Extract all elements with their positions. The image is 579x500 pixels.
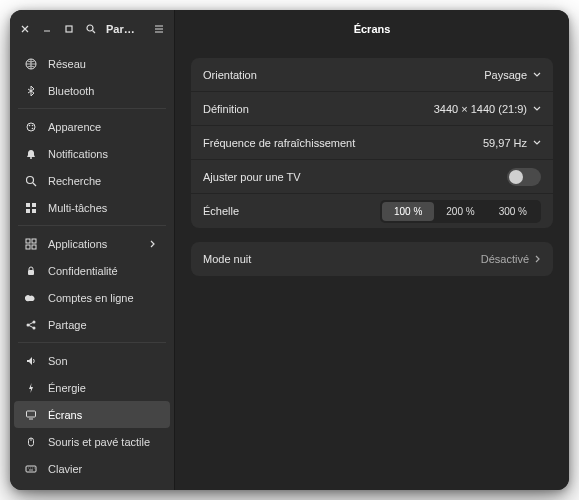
sidebar-item-network[interactable]: Réseau	[14, 50, 170, 77]
sidebar-item-sound[interactable]: Son	[14, 347, 170, 374]
chevron-right-icon	[535, 255, 541, 263]
search-button[interactable]	[82, 20, 100, 38]
bluetooth-icon	[24, 84, 38, 98]
svg-point-3	[27, 123, 35, 131]
sidebar-item-label: Recherche	[48, 175, 160, 187]
sidebar-list: RéseauBluetoothApparenceNotificationsRec…	[10, 48, 174, 490]
resolution-value: 3440 × 1440 (21:9)	[434, 103, 527, 115]
tv-adjust-label: Ajuster pour une TV	[203, 171, 507, 183]
night-mode-row[interactable]: Mode nuit Désactivé	[191, 242, 553, 276]
resolution-row[interactable]: Définition 3440 × 1440 (21:9)	[191, 92, 553, 126]
orientation-row[interactable]: Orientation Paysage	[191, 58, 553, 92]
sidebar-item-sharing[interactable]: Partage	[14, 311, 170, 338]
svg-point-6	[32, 127, 34, 129]
tv-adjust-switch[interactable]	[507, 168, 541, 186]
notifications-icon	[24, 147, 38, 161]
sidebar-item-label: Partage	[48, 319, 160, 331]
chevron-right-icon	[150, 240, 160, 248]
sidebar-item-label: Applications	[48, 238, 140, 250]
sidebar-item-bluetooth[interactable]: Bluetooth	[14, 77, 170, 104]
sidebar-item-label: Multi-tâches	[48, 202, 160, 214]
chevron-down-icon	[533, 72, 541, 78]
sidebar-item-label: Comptes en ligne	[48, 292, 160, 304]
svg-rect-17	[28, 270, 34, 275]
sidebar-item-label: Notifications	[48, 148, 160, 160]
svg-rect-12	[32, 209, 36, 213]
resolution-label: Définition	[203, 103, 434, 115]
scale-option-0[interactable]: 100 %	[382, 202, 434, 221]
sidebar-item-search[interactable]: Recherche	[14, 167, 170, 194]
sidebar-item-power[interactable]: Énergie	[14, 374, 170, 401]
sidebar-item-multitask[interactable]: Multi-tâches	[14, 194, 170, 221]
scale-segmented: 100 %200 %300 %	[380, 200, 541, 223]
svg-rect-13	[26, 239, 30, 243]
privacy-icon	[24, 264, 38, 278]
sidebar-item-applications[interactable]: Applications	[14, 230, 170, 257]
svg-point-4	[29, 124, 31, 126]
search-icon	[24, 174, 38, 188]
sidebar-item-label: Imprimantes	[48, 490, 160, 491]
svg-point-8	[27, 176, 34, 183]
sidebar-item-label: Bluetooth	[48, 85, 160, 97]
sidebar-item-label: Apparence	[48, 121, 160, 133]
sidebar-item-notifications[interactable]: Notifications	[14, 140, 170, 167]
scale-option-2[interactable]: 300 %	[487, 202, 539, 221]
scale-label: Échelle	[203, 205, 380, 217]
sidebar-item-label: Son	[48, 355, 160, 367]
tv-adjust-row: Ajuster pour une TV	[191, 160, 553, 194]
night-group: Mode nuit Désactivé	[191, 242, 553, 276]
sidebar-item-label: Énergie	[48, 382, 160, 394]
sidebar-item-displays[interactable]: Écrans	[14, 401, 170, 428]
settings-window: Par… RéseauBluetoothApparenceNotificatio…	[10, 10, 569, 490]
separator	[18, 108, 166, 109]
sidebar-item-appearance[interactable]: Apparence	[14, 113, 170, 140]
appearance-icon	[24, 120, 38, 134]
refresh-row[interactable]: Fréquence de rafraîchissement 59,97 Hz	[191, 126, 553, 160]
sidebar-title: Par…	[106, 23, 146, 35]
svg-rect-23	[26, 466, 36, 472]
svg-rect-16	[32, 245, 36, 249]
sidebar-item-mouse[interactable]: Souris et pavé tactile	[14, 428, 170, 455]
night-mode-label: Mode nuit	[203, 253, 481, 265]
svg-rect-11	[26, 209, 30, 213]
sidebar: Par… RéseauBluetoothApparenceNotificatio…	[10, 10, 175, 490]
sidebar-item-privacy[interactable]: Confidentialité	[14, 257, 170, 284]
keyboard-icon	[24, 462, 38, 476]
sidebar-item-label: Confidentialité	[48, 265, 160, 277]
sidebar-item-label: Réseau	[48, 58, 160, 70]
svg-point-7	[30, 157, 32, 159]
display-settings-group: Orientation Paysage Définition 3440 × 14…	[191, 58, 553, 228]
svg-rect-0	[66, 26, 72, 32]
sidebar-item-printers[interactable]: Imprimantes	[14, 482, 170, 490]
night-mode-value: Désactivé	[481, 253, 529, 265]
network-icon	[24, 57, 38, 71]
orientation-label: Orientation	[203, 69, 484, 81]
chevron-down-icon	[533, 140, 541, 146]
separator	[18, 225, 166, 226]
svg-point-1	[87, 25, 93, 31]
menu-button[interactable]	[150, 20, 168, 38]
svg-rect-15	[26, 245, 30, 249]
minimize-button[interactable]	[38, 20, 56, 38]
printers-icon	[24, 489, 38, 491]
content: Orientation Paysage Définition 3440 × 14…	[175, 48, 569, 286]
orientation-value: Paysage	[484, 69, 527, 81]
multitask-icon	[24, 201, 38, 215]
sound-icon	[24, 354, 38, 368]
sharing-icon	[24, 318, 38, 332]
chevron-down-icon	[533, 106, 541, 112]
maximize-button[interactable]	[60, 20, 78, 38]
separator	[18, 342, 166, 343]
sidebar-item-label: Souris et pavé tactile	[48, 436, 160, 448]
sidebar-item-label: Clavier	[48, 463, 160, 475]
scale-option-1[interactable]: 200 %	[434, 202, 486, 221]
svg-point-5	[32, 124, 34, 126]
power-icon	[24, 381, 38, 395]
sidebar-item-keyboard[interactable]: Clavier	[14, 455, 170, 482]
sidebar-item-online[interactable]: Comptes en ligne	[14, 284, 170, 311]
close-button[interactable]	[16, 20, 34, 38]
page-title: Écrans	[175, 10, 569, 48]
mouse-icon	[24, 435, 38, 449]
refresh-value: 59,97 Hz	[483, 137, 527, 149]
applications-icon	[24, 237, 38, 251]
